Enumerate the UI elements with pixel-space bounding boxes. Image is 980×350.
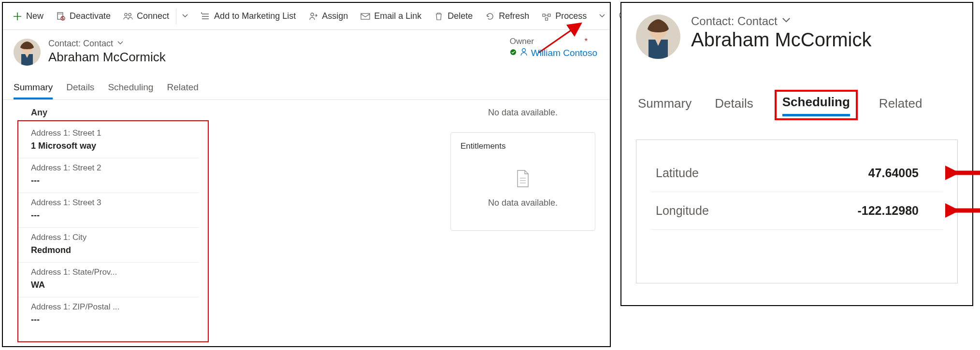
cmd-connect-label: Connect: [137, 11, 169, 21]
tab-scheduling-r[interactable]: Scheduling: [782, 95, 850, 116]
document-icon: [516, 169, 530, 188]
cmd-email[interactable]: Email a Link: [355, 8, 427, 24]
longitude-value: -122.12980: [857, 204, 919, 218]
cmd-refresh[interactable]: Refresh: [479, 8, 535, 24]
title-block-right: Contact: Contact Abraham McCormick: [691, 14, 871, 51]
label-state: Address 1: State/Prov...: [17, 263, 199, 277]
tab-related[interactable]: Related: [167, 77, 199, 99]
svg-point-3: [129, 13, 131, 15]
address-column: Any Address 1: Street 1 1 Microsoft way …: [3, 100, 206, 346]
cmd-process-split[interactable]: [593, 9, 611, 24]
breadcrumb[interactable]: Contact: Contact: [48, 39, 166, 49]
tab-summary[interactable]: Summary: [14, 77, 53, 99]
svg-rect-6: [543, 14, 545, 16]
annot-arrow-lat: [945, 163, 980, 182]
label-city: Address 1: City: [17, 228, 199, 242]
title-block: Contact: Contact Abraham McCormick: [48, 39, 166, 65]
cmd-assign-label: Assign: [322, 11, 348, 21]
deactivate-icon: [56, 12, 66, 21]
section-header: Any: [17, 104, 199, 124]
latitude-value: 47.64005: [868, 166, 919, 180]
cmd-process[interactable]: Process: [536, 8, 592, 24]
side-col: No data available. Entitlements No data …: [450, 100, 595, 346]
owner-name: William Contoso: [531, 48, 597, 58]
value-street2[interactable]: ---: [17, 173, 199, 193]
record-name: Abraham McCormick: [48, 50, 166, 65]
svg-point-2: [125, 13, 127, 15]
chevron-down-icon: [781, 14, 791, 28]
cmd-deactivate[interactable]: Deactivate: [50, 8, 116, 24]
tab-details[interactable]: Details: [66, 77, 94, 99]
label-street3: Address 1: Street 3: [17, 193, 199, 208]
entitlements-card: Entitlements No data available.: [450, 132, 595, 231]
svg-rect-8: [546, 18, 548, 20]
breadcrumb-text-right: Contact: Contact: [691, 14, 778, 28]
owner-block: Owner * William Contoso: [510, 37, 597, 58]
cmd-new[interactable]: New: [7, 8, 49, 24]
value-zip[interactable]: ---: [17, 312, 199, 332]
breadcrumb-text: Contact: Contact: [48, 39, 113, 49]
value-street1[interactable]: 1 Microsoft way: [17, 138, 199, 158]
tabs-right: Summary Details Scheduling Related: [636, 90, 958, 120]
value-city[interactable]: Redmond: [17, 242, 199, 263]
left-panel: New Deactivate Connect Add to Marketing …: [2, 2, 611, 347]
value-street3[interactable]: ---: [17, 208, 199, 228]
record-name-right: Abraham McCormick: [691, 29, 871, 51]
svg-point-14: [522, 49, 525, 52]
cmd-add-ml-label: Add to Marketing List: [214, 11, 296, 21]
owner-required: *: [585, 37, 588, 46]
cmd-new-label: New: [26, 11, 43, 21]
annot-scheduling-highlight: Scheduling: [775, 90, 858, 120]
cmd-delete-label: Delete: [447, 11, 473, 21]
command-bar: New Deactivate Connect Add to Marketing …: [3, 3, 610, 30]
cmd-connect-split[interactable]: [176, 9, 194, 24]
annot-arrow-lon: [945, 201, 980, 220]
person-icon: [519, 47, 528, 58]
tabs-left: Summary Details Scheduling Related: [3, 77, 610, 100]
label-street1: Address 1: Street 1: [17, 124, 199, 138]
cmd-add-ml[interactable]: Add to Marketing List: [195, 8, 302, 24]
spacer: [206, 100, 441, 346]
no-data-entitle: No data available.: [451, 190, 595, 216]
tab-details-r[interactable]: Details: [713, 90, 755, 120]
longitude-label: Longitude: [656, 204, 709, 218]
cmd-process-label: Process: [555, 11, 587, 21]
svg-rect-5: [361, 14, 370, 19]
chevron-down-icon: [597, 12, 607, 21]
right-col: No data available. Entitlements No data …: [206, 100, 610, 346]
svg-point-4: [311, 13, 314, 16]
cmd-deactivate-label: Deactivate: [70, 11, 111, 21]
value-state[interactable]: WA: [17, 277, 199, 297]
label-street2: Address 1: Street 2: [17, 158, 199, 173]
longitude-row[interactable]: Longitude -122.12980: [651, 192, 943, 230]
process-icon: [542, 12, 551, 21]
presence-icon: [510, 48, 517, 58]
label-zip: Address 1: ZIP/Postal ...: [17, 297, 199, 312]
trash-icon: [434, 12, 444, 21]
breadcrumb-right[interactable]: Contact: Contact: [691, 14, 871, 28]
cmd-assign[interactable]: Assign: [303, 8, 354, 24]
latitude-row[interactable]: Latitude 47.64005: [651, 154, 943, 192]
cmd-refresh-label: Refresh: [499, 11, 529, 21]
marketing-list-icon: [201, 12, 210, 21]
connect-icon: [123, 12, 133, 21]
content-row: Any Address 1: Street 1 1 Microsoft way …: [3, 100, 610, 346]
svg-rect-7: [548, 14, 550, 16]
cmd-delete[interactable]: Delete: [428, 8, 478, 24]
entitlements-title: Entitlements: [451, 139, 595, 169]
tab-related-r[interactable]: Related: [877, 90, 924, 120]
tab-scheduling[interactable]: Scheduling: [108, 77, 153, 99]
coord-card: Latitude 47.64005 Longitude -122.12980: [636, 140, 958, 283]
avatar: [14, 39, 41, 66]
record-header: Contact: Contact Abraham McCormick Owner…: [3, 30, 610, 70]
plus-icon: [13, 12, 22, 21]
tab-summary-r[interactable]: Summary: [636, 90, 693, 120]
cmd-connect[interactable]: Connect: [117, 8, 175, 24]
latitude-label: Latitude: [656, 166, 699, 180]
chevron-down-icon: [117, 39, 124, 49]
owner-value[interactable]: William Contoso: [510, 47, 597, 58]
record-header-right: Contact: Contact Abraham McCormick: [636, 14, 958, 59]
refresh-icon: [485, 12, 495, 21]
chevron-down-icon: [180, 12, 190, 21]
doc-icon-wrap: [451, 169, 595, 190]
